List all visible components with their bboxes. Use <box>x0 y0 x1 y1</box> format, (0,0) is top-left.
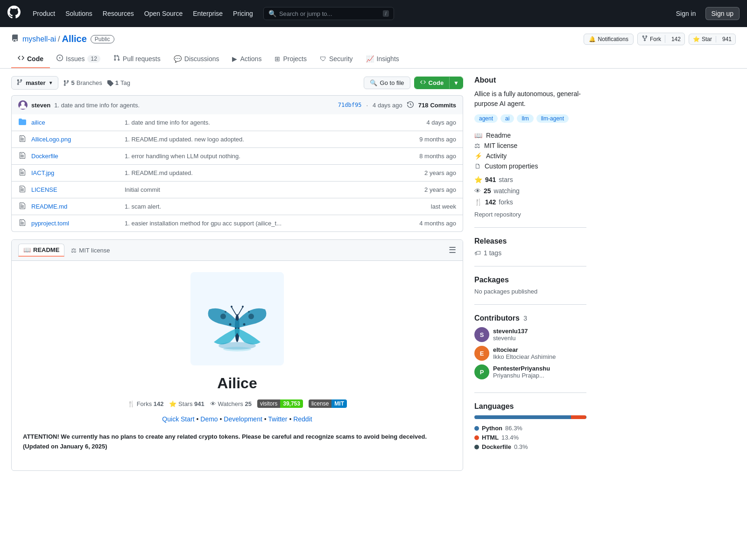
readme-link-demo[interactable]: Demo <box>200 415 218 423</box>
lang-pct-python: 86.3% <box>505 425 522 432</box>
packages-section: Packages No packages published <box>474 276 586 305</box>
github-logo-icon[interactable] <box>7 6 21 22</box>
lang-name-python: Python <box>482 425 502 432</box>
file-name-iact[interactable]: IACT.jpg <box>31 169 125 176</box>
releases-tag-count: 1 tags <box>484 249 501 257</box>
projects-icon: ⊞ <box>275 55 280 63</box>
readme-tab-license[interactable]: ⚖ MIT license <box>66 244 114 257</box>
tab-discussions[interactable]: 💬 Discussions <box>167 50 226 68</box>
branch-selector[interactable]: master ▼ <box>11 76 58 90</box>
lang-item-python[interactable]: Python 86.3% <box>474 425 586 432</box>
file-name-ailice[interactable]: ailice <box>31 119 125 126</box>
go-to-file-button[interactable]: 🔍 Go to file <box>364 77 410 89</box>
toc-button[interactable]: ☰ <box>449 245 456 255</box>
nav-solutions[interactable]: Solutions <box>61 7 97 20</box>
file-icon-iact <box>18 168 27 177</box>
tab-security[interactable]: 🛡 Security <box>313 50 359 68</box>
commit-author-name[interactable]: steven <box>31 102 50 109</box>
readme-link-twitter[interactable]: Twitter <box>268 415 287 423</box>
contributor-avatar-eltociear: E <box>474 346 489 361</box>
sidebar-links: 📖 Readme ⚖ MIT license ⚡ Activity 🗋 Cust… <box>474 130 586 171</box>
nav-resources[interactable]: Resources <box>98 7 139 20</box>
tag-ai[interactable]: ai <box>500 114 514 123</box>
commit-message-text: 1. date and time info for agents. <box>54 102 140 109</box>
watching-stat[interactable]: 👁 25 watching <box>474 186 586 196</box>
repo-name-link[interactable]: Allice <box>62 34 86 44</box>
signin-button[interactable]: Sign in <box>670 7 702 20</box>
lang-name-html: HTML <box>482 434 499 441</box>
file-row-dockerfile[interactable]: Dockerfile 1. error handling when LLM ou… <box>12 148 463 165</box>
lang-bar-python[interactable] <box>474 415 571 419</box>
commits-count-link[interactable]: 718 Commits <box>418 102 456 109</box>
activity-icon: ⚡ <box>474 152 482 160</box>
nav-product[interactable]: Product <box>28 7 60 20</box>
file-name-readme[interactable]: README.md <box>31 203 125 210</box>
tags-info[interactable]: 1 Tag <box>107 79 130 86</box>
code-dropdown-button[interactable]: ▼ <box>449 77 463 89</box>
tag-llm[interactable]: llm <box>517 114 533 123</box>
tab-pull-requests[interactable]: Pull requests <box>107 50 167 68</box>
tab-issues[interactable]: Issues 12 <box>50 50 107 68</box>
lang-pct-html: 13.4% <box>501 434 519 441</box>
nav-open-source[interactable]: Open Source <box>140 7 188 20</box>
tag-llm-agent[interactable]: llm-agent <box>536 114 569 123</box>
file-row-readme[interactable]: README.md 1. scam alert. last week <box>12 198 463 215</box>
nav-enterprise[interactable]: Enterprise <box>188 7 227 20</box>
file-name-pyproject[interactable]: pyproject.toml <box>31 220 125 227</box>
lang-bar-dockerfile[interactable] <box>586 415 586 419</box>
contributor-row-eltociear[interactable]: E eltociear Ikko Eltociear Ashimine <box>474 346 586 361</box>
signup-button[interactable]: Sign up <box>705 7 740 20</box>
tab-actions[interactable]: ▶ Actions <box>226 50 268 68</box>
lang-item-html[interactable]: HTML 13.4% <box>474 434 586 441</box>
lang-list: Python 86.3% HTML 13.4% Dockerfile 0.3% <box>474 425 586 450</box>
lang-item-dockerfile[interactable]: Dockerfile 0.3% <box>474 443 586 450</box>
tags-label: Tag <box>120 79 130 86</box>
tab-insights[interactable]: 📈 Insights <box>359 50 406 68</box>
file-commit-license: Initial commit <box>125 186 424 193</box>
repo-owner-link[interactable]: myshell-ai <box>22 35 56 43</box>
branches-info[interactable]: 5 Branches <box>63 79 102 86</box>
readme-link-quickstart[interactable]: Quick Start <box>162 415 194 423</box>
file-name-license[interactable]: LICENSE <box>31 186 125 193</box>
star-button[interactable]: ⭐ Star 941 <box>689 34 736 45</box>
sidebar-link-readme[interactable]: 📖 Readme <box>474 130 586 140</box>
code-button[interactable]: Code <box>415 77 450 89</box>
stars-stat[interactable]: ⭐ 941 stars <box>474 175 586 184</box>
notifications-button[interactable]: 🔔 Notifications <box>584 34 634 45</box>
commit-hash[interactable]: 71dbf95 <box>338 102 362 108</box>
search-bar[interactable]: 🔍 Search or jump to... / <box>263 7 394 20</box>
sidebar-link-custom-props[interactable]: 🗋 Custom properties <box>474 161 586 171</box>
fork-button[interactable]: Fork 142 <box>637 33 685 45</box>
sidebar-link-license[interactable]: ⚖ MIT license <box>474 140 586 151</box>
file-name-dockerfile[interactable]: Dockerfile <box>31 153 125 160</box>
file-name-allicelogo[interactable]: AlliceLogo.png <box>31 136 125 143</box>
tab-projects[interactable]: ⊞ Projects <box>268 50 313 68</box>
file-row-license[interactable]: LICENSE Initial commit 2 years ago <box>12 182 463 198</box>
nav-pricing[interactable]: Pricing <box>228 7 258 20</box>
tags-count: 1 <box>115 79 119 86</box>
about-section: About Allice is a fully autonomous, gene… <box>474 76 586 228</box>
contributor-row-stevenlu[interactable]: S stevenlu137 stevenlu <box>474 327 586 342</box>
readme-tab-readme[interactable]: 📖 README <box>18 244 64 257</box>
file-row-iact[interactable]: IACT.jpg 1. README.md updated. 2 years a… <box>12 165 463 182</box>
sidebar-link-activity[interactable]: ⚡ Activity <box>474 151 586 161</box>
watching-count: 25 <box>484 187 491 195</box>
file-row-pyproject[interactable]: pyproject.toml 1. easier installation me… <box>12 215 463 231</box>
file-time-pyproject: 4 months ago <box>419 220 456 227</box>
contributor-realname-stevenlu: stevenlu <box>493 335 515 342</box>
tab-pr-label: Pull requests <box>123 55 161 63</box>
report-repository-link[interactable]: Report repository <box>474 211 521 218</box>
file-time-ailice: 4 days ago <box>426 119 456 126</box>
file-row-ailice[interactable]: ailice 1. date and time info for agents.… <box>12 114 463 131</box>
tab-code[interactable]: Code <box>11 50 50 68</box>
file-row-allicelogo[interactable]: AlliceLogo.png 1. README.md updated. new… <box>12 131 463 148</box>
forks-stat[interactable]: 🍴 142 forks <box>474 197 586 207</box>
readme-link-reddit[interactable]: Reddit <box>293 415 312 423</box>
lang-bar-html[interactable] <box>571 415 586 419</box>
issues-icon <box>56 55 63 63</box>
releases-tags[interactable]: 🏷 1 tags <box>474 249 586 257</box>
tag-agent[interactable]: agent <box>474 114 498 123</box>
contributor-row-pentester[interactable]: P PentesterPriyanshu Priyanshu Prajap... <box>474 364 586 379</box>
readme-link-development[interactable]: Development <box>224 415 262 423</box>
languages-title: Languages <box>474 402 586 411</box>
